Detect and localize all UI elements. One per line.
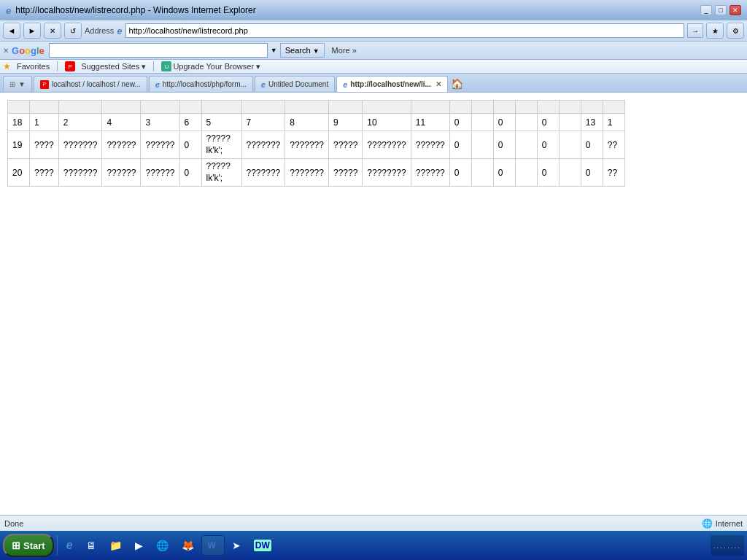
- cell-5: 0: [179, 159, 201, 187]
- cell-1: 1: [30, 114, 59, 131]
- cell-19: ??: [603, 159, 624, 187]
- cell-11: ??????: [411, 131, 449, 159]
- address-input[interactable]: [125, 23, 684, 38]
- tab-untitled[interactable]: e Untitled Document: [255, 76, 335, 92]
- search-button-label: Search: [285, 46, 311, 55]
- cell-10: ????????: [363, 131, 411, 159]
- cell-4: ??????: [141, 159, 179, 187]
- new-tab-button[interactable]: 🏠: [451, 78, 463, 90]
- search-button[interactable]: Search ▼: [280, 43, 325, 58]
- search-dropdown-icon[interactable]: ▼: [271, 47, 277, 54]
- cell-9: ?????: [328, 159, 362, 187]
- header-cell: [493, 101, 515, 114]
- header-cell: [363, 101, 411, 114]
- header-cell: [241, 101, 285, 114]
- back-button[interactable]: ◄: [3, 23, 20, 39]
- address-label: Address: [85, 26, 114, 35]
- header-cell: [179, 101, 201, 114]
- data-table: 18 1 2 4 3 6 5 7 8 9 10 11 0 0 0 13 1 19…: [7, 100, 625, 187]
- tab-listrecord-close[interactable]: ✕: [436, 80, 441, 88]
- tab-form-label: http://localhost/php/form...: [163, 80, 247, 88]
- favorites-star-icon: ★: [3, 61, 11, 71]
- upgrade-browser-item[interactable]: U Upgrade Your Browser ▾: [161, 61, 260, 71]
- tab-form-icon: e: [155, 80, 160, 89]
- cell-10: 10: [363, 114, 411, 131]
- header-cell: [471, 101, 493, 114]
- favorites-button[interactable]: ★: [706, 23, 724, 39]
- header-cell: [411, 101, 449, 114]
- tab-grid-icon: ⊞: [9, 80, 15, 88]
- cell-id: 20: [8, 159, 30, 187]
- go-button[interactable]: →: [687, 23, 703, 38]
- status-text: Done: [4, 519, 23, 528]
- cell-14: 0: [493, 159, 515, 187]
- refresh-button[interactable]: ↺: [64, 23, 82, 39]
- header-cell: [285, 101, 329, 114]
- taskbar-firefox[interactable]: 🦊: [176, 535, 200, 537]
- tab-listrecord[interactable]: e http://localhost/new/li... ✕: [336, 76, 448, 92]
- tab-grid-label: ▼: [18, 80, 26, 88]
- header-cell: [559, 101, 581, 114]
- header-cell: [537, 101, 559, 114]
- cell-8: 8: [285, 114, 329, 131]
- taskbar-word[interactable]: W: [201, 535, 225, 537]
- cell-18: 13: [581, 114, 603, 131]
- close-search-icon[interactable]: ✕: [3, 47, 9, 55]
- cell-16: 0: [537, 159, 559, 187]
- tab-pma-label: localhost / localhost / new...: [52, 80, 141, 88]
- cell-11: 11: [411, 114, 449, 131]
- taskbar-arrow[interactable]: ➤: [226, 535, 247, 537]
- cell-id: 19: [8, 131, 30, 159]
- cell-8: ???????: [285, 159, 329, 187]
- tab-listrecord-icon: e: [343, 80, 347, 89]
- close-btn[interactable]: ✕: [729, 5, 741, 15]
- browser-icon-small: e: [117, 26, 122, 36]
- taskbar-explorer[interactable]: 🖥: [80, 535, 102, 537]
- forward-button[interactable]: ►: [23, 23, 41, 39]
- taskbar-ie[interactable]: e: [61, 535, 79, 537]
- upgrade-icon: U: [161, 61, 171, 71]
- header-cell: [58, 101, 102, 114]
- zone-label: Internet: [716, 519, 743, 528]
- suggested-sites-label: Suggested Sites ▾: [81, 62, 146, 71]
- taskbar-dw[interactable]: DW: [248, 535, 277, 537]
- cell-19: ??: [603, 131, 624, 159]
- cell-17: [559, 159, 581, 187]
- more-label: More »: [332, 46, 357, 55]
- taskbar-media[interactable]: ▶: [129, 535, 149, 537]
- taskbar-systray: ........: [711, 535, 744, 537]
- tools-button[interactable]: ⚙: [727, 23, 744, 39]
- window-title: http://localhost/new/listrecord.php - Wi…: [15, 5, 255, 15]
- tab-pma-icon: P: [40, 80, 49, 89]
- search-input[interactable]: [49, 43, 268, 58]
- header-cell: [201, 101, 241, 114]
- cell-16: 0: [537, 131, 559, 159]
- favorites-item[interactable]: Favorites: [17, 62, 50, 71]
- more-button[interactable]: More »: [328, 43, 361, 58]
- header-cell: [581, 101, 603, 114]
- taskbar-files[interactable]: 📁: [104, 535, 128, 537]
- cell-15: [515, 131, 537, 159]
- header-cell: [102, 101, 141, 114]
- tab-grid[interactable]: ⊞ ▼: [3, 76, 32, 92]
- minimize-btn[interactable]: _: [700, 5, 712, 15]
- tab-form[interactable]: e http://localhost/php/form...: [149, 76, 253, 92]
- suggested-sites-item[interactable]: Suggested Sites ▾: [81, 62, 146, 71]
- start-button[interactable]: ⊞ Start: [3, 534, 54, 537]
- cell-10: ????????: [363, 159, 411, 187]
- cell-11: ??????: [411, 159, 449, 187]
- cell-18: 0: [581, 159, 603, 187]
- search-dropdown-btn[interactable]: ▼: [313, 47, 320, 55]
- header-cell: [515, 101, 537, 114]
- taskbar: ⊞ Start e 🖥 📁 ▶ 🌐 🦊 W ➤ DW ........: [0, 531, 747, 537]
- tab-pma[interactable]: P localhost / localhost / new...: [34, 76, 147, 92]
- header-row: [8, 101, 625, 114]
- stop-button[interactable]: ✕: [44, 23, 61, 39]
- taskbar-network[interactable]: 🌐: [150, 535, 174, 537]
- restore-btn[interactable]: □: [715, 5, 727, 15]
- cell-13: [471, 131, 493, 159]
- search-bar: ✕ Google ▼ Search ▼ More »: [0, 42, 747, 60]
- browser-icon: e: [6, 5, 11, 16]
- table-row: 18 1 2 4 3 6 5 7 8 9 10 11 0 0 0 13 1: [8, 114, 625, 131]
- cell-2: ???????: [58, 159, 102, 187]
